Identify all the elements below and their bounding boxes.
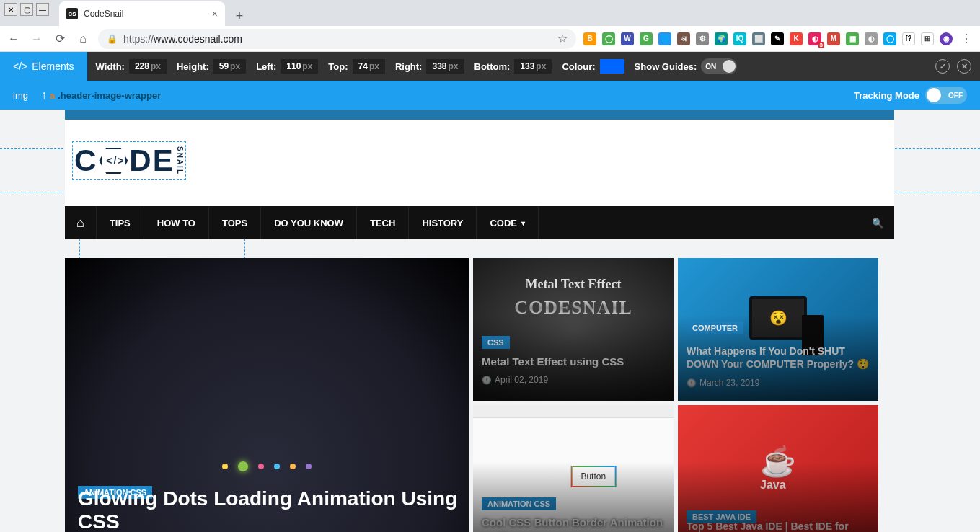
card-glowing-dots[interactable]: ANIMATION CSS Glowing Dots Loading Anima… xyxy=(65,258,469,532)
window-controls: ✕ ▢ — xyxy=(0,0,53,19)
nav-home[interactable]: ⌂ xyxy=(65,206,97,239)
win-btn-3[interactable]: — xyxy=(36,3,49,16)
ext-icon[interactable]: ⊞ xyxy=(921,32,934,45)
inspector-bar: Width: 228px Height: 59px Left: 110px To… xyxy=(87,52,980,81)
code-icon: </> xyxy=(13,61,27,72)
card-java-ide[interactable]: ☕Java BEST JAVA IDE Top 5 Best Java IDE … xyxy=(678,405,878,532)
ext-icon[interactable]: ⬜ xyxy=(752,32,765,45)
ext-icon[interactable]: ✎ xyxy=(771,32,784,45)
card-title: Top 5 Best Java IDE | Best IDE for Java xyxy=(687,520,870,532)
card-tag[interactable]: CSS xyxy=(482,336,510,349)
height-field: Height: 59px xyxy=(177,59,246,74)
browser-menu-icon[interactable]: ⋮ xyxy=(958,31,974,47)
ext-icon[interactable]: W xyxy=(621,32,634,45)
page-viewport: CDESNAIL ⌂ TIPS HOW TO TOPS DO YOU KNOW … xyxy=(0,110,980,532)
nav-tops[interactable]: TOPS xyxy=(209,206,261,239)
back-button[interactable]: ← xyxy=(6,31,22,47)
ext-icon[interactable]: ◐ xyxy=(865,32,878,45)
search-icon: 🔍 xyxy=(872,218,883,229)
ext-icon[interactable]: ◐3 xyxy=(808,32,821,45)
top-field: Top: 74px xyxy=(328,59,385,74)
metal-banner-2: CODESNAIL xyxy=(473,297,674,319)
tab-close-icon[interactable]: × xyxy=(212,8,218,19)
site-nav: ⌂ TIPS HOW TO TOPS DO YOU KNOW TECH HIST… xyxy=(65,206,894,239)
browser-tab[interactable]: CS CodeSnail × xyxy=(59,1,225,26)
colour-swatch[interactable] xyxy=(600,59,624,74)
site-top-bar xyxy=(65,110,894,120)
card-date: March 23, 2019 xyxy=(687,378,759,388)
ext-icon[interactable]: IQ xyxy=(733,32,746,45)
site-header: CDESNAIL xyxy=(65,120,894,206)
profile-avatar[interactable]: ◉ xyxy=(940,32,953,45)
card-computer-shutdown[interactable]: 😵 COMPUTER What Happens If You Don't SHU… xyxy=(678,258,878,401)
ext-icon[interactable]: f? xyxy=(902,32,915,45)
tab-favicon: CS xyxy=(66,8,78,19)
caret-down-icon: ▾ xyxy=(521,219,525,227)
ext-icon[interactable]: ▦ xyxy=(846,32,859,45)
width-field: Width: 228px xyxy=(96,59,167,74)
breadcrumb-parent[interactable]: ↑ a.header-image-wrapper xyxy=(41,89,161,102)
site-logo[interactable]: CDESNAIL xyxy=(74,143,184,178)
card-tag[interactable]: COMPUTER xyxy=(687,322,743,334)
bottom-field: Bottom: 133px xyxy=(474,59,552,74)
card-button-border[interactable]: Button ANIMATION CSS Cool CSS Button Bor… xyxy=(473,405,674,532)
ext-icon[interactable]: ◯ xyxy=(883,32,896,45)
card-date: April 02, 2019 xyxy=(482,375,548,385)
nav-tech[interactable]: TECH xyxy=(357,206,409,239)
breadcrumb-img[interactable]: img xyxy=(13,90,28,101)
width-input[interactable]: 228px xyxy=(129,59,167,74)
right-input[interactable]: 338px xyxy=(426,59,464,74)
nav-dyk[interactable]: DO YOU KNOW xyxy=(261,206,357,239)
elements-tab[interactable]: </> Elements xyxy=(0,52,87,81)
close-inspector-button[interactable]: ✕ xyxy=(957,59,971,74)
nav-tips[interactable]: TIPS xyxy=(97,206,144,239)
card-title: Metal Text Effect using CSS xyxy=(482,355,665,368)
ext-icon[interactable]: अ xyxy=(677,32,690,45)
new-tab-button[interactable]: + xyxy=(229,6,250,26)
ext-icon[interactable]: ◯ xyxy=(602,32,615,45)
featured-grid: ANIMATION CSS Glowing Dots Loading Anima… xyxy=(65,239,894,532)
show-guides-toggle[interactable]: ON xyxy=(701,58,737,74)
ext-icon[interactable]: B xyxy=(583,32,596,45)
win-btn-2[interactable]: ▢ xyxy=(20,3,33,16)
top-input[interactable]: 74px xyxy=(353,59,385,74)
home-icon: ⌂ xyxy=(76,216,84,231)
fake-browser-bar xyxy=(473,405,674,418)
reload-button[interactable]: ⟳ xyxy=(52,31,68,47)
ext-icon[interactable]: M xyxy=(827,32,840,45)
lock-icon: 🔒 xyxy=(107,34,118,44)
glowing-dots-graphic xyxy=(222,461,312,471)
ext-icon[interactable]: 🌐 xyxy=(658,32,671,45)
check-button[interactable]: ✓ xyxy=(935,59,950,74)
address-bar: ← → ⟳ ⌂ 🔒 https://www.codesnail.com ☆ B … xyxy=(0,26,980,52)
monitor-graphic: 😵 xyxy=(749,296,807,340)
ext-icon[interactable]: G xyxy=(640,32,653,45)
forward-button[interactable]: → xyxy=(29,31,45,47)
card-tag[interactable]: ANIMATION CSS xyxy=(482,497,556,510)
card-metal-text[interactable]: Metal Text Effect CODESNAIL CSS Metal Te… xyxy=(473,258,674,401)
browser-tab-strip: ✕ ▢ — CS CodeSnail × + xyxy=(0,0,980,26)
bottom-input[interactable]: 133px xyxy=(514,59,552,74)
tracking-toggle[interactable]: OFF xyxy=(925,87,967,104)
card-title: Cool CSS Button Border Animation on Hove… xyxy=(482,515,665,532)
height-input[interactable]: 59px xyxy=(213,59,246,74)
left-input[interactable]: 110px xyxy=(281,59,318,74)
url-input[interactable]: 🔒 https://www.codesnail.com ☆ xyxy=(98,29,576,49)
ext-icon[interactable]: K xyxy=(790,32,803,45)
card-title: What Happens If You Don't SHUT DOWN Your… xyxy=(687,345,870,371)
nav-code[interactable]: CODE▾ xyxy=(477,206,539,239)
win-btn-1[interactable]: ✕ xyxy=(4,3,17,16)
nav-search-button[interactable]: 🔍 xyxy=(861,206,894,239)
home-button[interactable]: ⌂ xyxy=(75,31,91,47)
tracking-mode: Tracking Mode OFF xyxy=(854,87,967,104)
site-container: CDESNAIL ⌂ TIPS HOW TO TOPS DO YOU KNOW … xyxy=(65,110,894,532)
show-guides-field: Show Guides: ON xyxy=(635,58,738,74)
bookmark-star-icon[interactable]: ☆ xyxy=(557,32,568,45)
ext-icon[interactable]: ⚙ xyxy=(696,32,709,45)
nav-howto[interactable]: HOW TO xyxy=(144,206,209,239)
card-title: Glowing Dots Loading Animation Using CSS xyxy=(78,487,469,532)
ext-icon[interactable]: 🌍 xyxy=(715,32,728,45)
nav-history[interactable]: HISTORY xyxy=(409,206,477,239)
java-logo-graphic: ☕Java xyxy=(760,445,796,492)
tab-title: CodeSnail xyxy=(84,9,123,19)
